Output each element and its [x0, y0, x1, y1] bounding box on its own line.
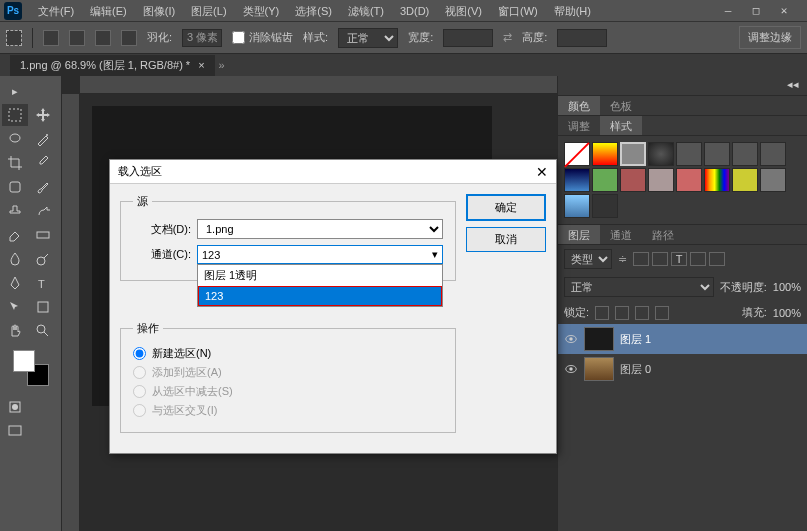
minimize-button[interactable]: — — [719, 4, 737, 18]
dialog-close-icon[interactable]: ✕ — [536, 164, 548, 180]
style-swatch[interactable] — [648, 168, 674, 192]
lasso-tool[interactable] — [2, 128, 28, 150]
ok-button[interactable]: 确定 — [466, 194, 546, 221]
style-swatch[interactable] — [704, 168, 730, 192]
filter-smart-icon[interactable] — [709, 252, 725, 266]
style-swatch[interactable] — [676, 168, 702, 192]
style-swatch[interactable] — [704, 142, 730, 166]
marquee-tool-icon[interactable] — [6, 30, 22, 46]
gradient-tool[interactable] — [30, 224, 56, 246]
dropdown-option[interactable]: 123 — [198, 286, 442, 306]
op-radio[interactable] — [133, 347, 146, 360]
antialias-checkbox[interactable] — [232, 31, 245, 44]
refine-edge-button[interactable]: 调整边缘 — [739, 26, 801, 49]
tab-channels[interactable]: 通道 — [600, 225, 642, 244]
document-select[interactable]: 1.png — [197, 219, 443, 239]
style-swatch[interactable] — [564, 168, 590, 192]
doc-tab[interactable]: 1.png @ 68.9% (图层 1, RGB/8#) * × — [10, 55, 215, 76]
heal-tool[interactable] — [2, 176, 28, 198]
menu-edit[interactable]: 编辑(E) — [82, 1, 135, 21]
style-swatch[interactable] — [592, 168, 618, 192]
feather-input[interactable] — [182, 29, 222, 47]
maximize-button[interactable]: □ — [747, 4, 765, 18]
path-select-tool[interactable] — [2, 296, 28, 318]
marquee-tool[interactable] — [2, 104, 28, 126]
selection-new-icon[interactable] — [43, 30, 59, 46]
lock-trans-icon[interactable] — [595, 306, 609, 320]
layer-filter-kind[interactable]: 类型 — [564, 249, 612, 269]
filter-shape-icon[interactable] — [690, 252, 706, 266]
menu-view[interactable]: 视图(V) — [437, 1, 490, 21]
style-swatch[interactable] — [760, 168, 786, 192]
blur-tool[interactable] — [2, 248, 28, 270]
filter-adjust-icon[interactable] — [652, 252, 668, 266]
selection-sub-icon[interactable] — [95, 30, 111, 46]
opacity-value[interactable]: 100% — [773, 281, 801, 293]
menu-3d[interactable]: 3D(D) — [392, 1, 437, 21]
filter-text-icon[interactable]: T — [671, 252, 687, 266]
tab-paths[interactable]: 路径 — [642, 225, 684, 244]
move-tool[interactable] — [30, 104, 56, 126]
selection-add-icon[interactable] — [69, 30, 85, 46]
filter-pixel-icon[interactable] — [633, 252, 649, 266]
stamp-tool[interactable] — [2, 200, 28, 222]
brush-tool[interactable] — [30, 176, 56, 198]
menu-select[interactable]: 选择(S) — [287, 1, 340, 21]
expand-tool-icon[interactable]: ▸ — [2, 80, 28, 102]
menu-file[interactable]: 文件(F) — [30, 1, 82, 21]
dodge-tool[interactable] — [30, 248, 56, 270]
dropdown-option[interactable]: 图层 1透明 — [198, 265, 442, 286]
dialog-titlebar[interactable]: 载入选区 ✕ — [110, 160, 556, 184]
tab-color[interactable]: 颜色 — [558, 96, 600, 115]
wand-tool[interactable] — [30, 128, 56, 150]
collapse-icon[interactable]: ◂◂ — [787, 78, 801, 92]
doc-tab-expand-icon[interactable]: » — [219, 59, 225, 71]
lock-all-icon[interactable] — [655, 306, 669, 320]
style-swatch[interactable] — [732, 168, 758, 192]
doc-tab-close-icon[interactable]: × — [198, 59, 204, 71]
visibility-icon[interactable] — [564, 362, 578, 376]
style-swatch[interactable] — [592, 194, 618, 218]
menu-window[interactable]: 窗口(W) — [490, 1, 546, 21]
menu-image[interactable]: 图像(I) — [135, 1, 183, 21]
close-button[interactable]: ✕ — [775, 4, 793, 18]
menu-filter[interactable]: 滤镜(T) — [340, 1, 392, 21]
style-swatch[interactable] — [732, 142, 758, 166]
shape-tool[interactable] — [30, 296, 56, 318]
crop-tool[interactable] — [2, 152, 28, 174]
hand-tool[interactable] — [2, 320, 28, 342]
channel-select[interactable]: 123 ▾ — [197, 245, 443, 264]
layer-row[interactable]: 图层 1 — [558, 324, 807, 354]
lock-pixel-icon[interactable] — [615, 306, 629, 320]
style-swatch[interactable] — [648, 142, 674, 166]
blend-mode-select[interactable]: 正常 — [564, 277, 714, 297]
eyedropper-tool[interactable] — [30, 152, 56, 174]
foreground-color[interactable] — [13, 350, 35, 372]
op-new-selection[interactable]: 新建选区(N) — [133, 346, 443, 361]
tab-styles[interactable]: 样式 — [600, 116, 642, 135]
menu-type[interactable]: 类型(Y) — [235, 1, 288, 21]
visibility-icon[interactable] — [564, 332, 578, 346]
style-select[interactable]: 正常 — [338, 28, 398, 48]
text-tool[interactable]: T — [30, 272, 56, 294]
style-swatch[interactable] — [564, 142, 590, 166]
cancel-button[interactable]: 取消 — [466, 227, 546, 252]
fill-value[interactable]: 100% — [773, 307, 801, 319]
layer-row[interactable]: 图层 0 — [558, 354, 807, 384]
eraser-tool[interactable] — [2, 224, 28, 246]
lock-pos-icon[interactable] — [635, 306, 649, 320]
menu-help[interactable]: 帮助(H) — [546, 1, 599, 21]
style-swatch[interactable] — [760, 142, 786, 166]
tab-layers[interactable]: 图层 — [558, 225, 600, 244]
pen-tool[interactable] — [2, 272, 28, 294]
style-swatch[interactable] — [620, 142, 646, 166]
selection-int-icon[interactable] — [121, 30, 137, 46]
style-swatch[interactable] — [564, 194, 590, 218]
menu-layer[interactable]: 图层(L) — [183, 1, 234, 21]
tab-swatches[interactable]: 色板 — [600, 96, 642, 115]
style-swatch[interactable] — [592, 142, 618, 166]
style-swatch[interactable] — [620, 168, 646, 192]
history-brush-tool[interactable] — [30, 200, 56, 222]
tab-adjust[interactable]: 调整 — [558, 116, 600, 135]
zoom-tool[interactable] — [30, 320, 56, 342]
